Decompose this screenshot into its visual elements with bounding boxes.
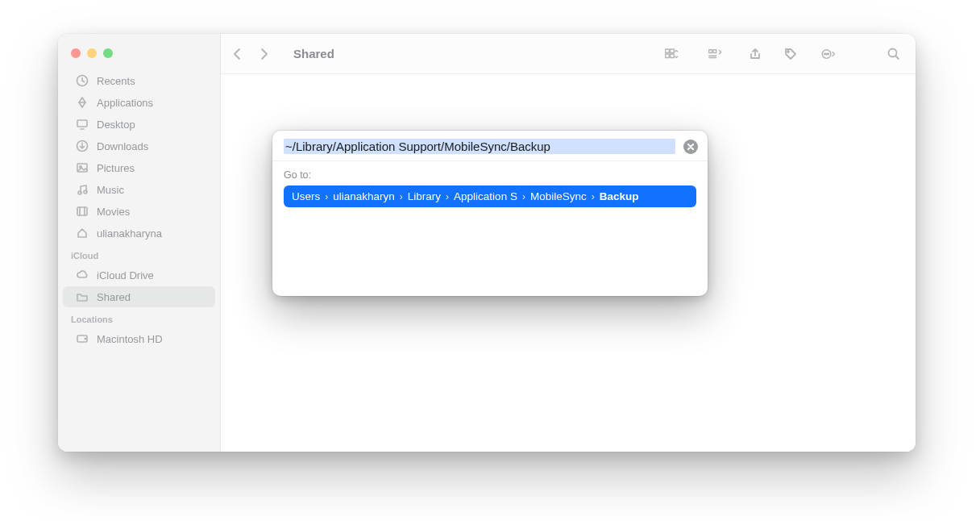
svg-point-18 [824, 53, 825, 54]
desktop-icon [76, 118, 89, 131]
minimize-window-button[interactable] [87, 48, 97, 58]
svg-point-20 [828, 53, 828, 54]
svg-point-6 [84, 190, 87, 194]
sidebar-section-icloud: iCloud [58, 244, 220, 264]
sidebar-item-macintosh-hd[interactable]: Macintosh HD [63, 328, 215, 349]
svg-rect-10 [666, 49, 670, 53]
tags-button[interactable] [779, 42, 803, 66]
downloads-icon [76, 140, 89, 152]
path-segment: Backup [600, 190, 639, 202]
share-button[interactable] [743, 42, 767, 66]
more-actions-button[interactable] [814, 42, 843, 66]
chevron-right-icon: › [400, 191, 403, 202]
svg-rect-7 [77, 207, 87, 215]
nav-forward-button[interactable] [251, 42, 276, 66]
sidebar-item-label: Macintosh HD [97, 333, 163, 345]
go-to-resolved-path[interactable]: Users › ulianakharyn › Library › Applica… [284, 185, 696, 207]
sidebar-item-recents[interactable]: Recents [63, 70, 215, 91]
go-to-label: Go to: [284, 169, 696, 181]
svg-point-5 [78, 191, 81, 194]
sidebar-item-label: Applications [97, 97, 153, 109]
chevron-right-icon: › [592, 191, 595, 202]
svg-rect-11 [671, 49, 675, 53]
music-icon [76, 183, 89, 196]
sidebar-item-movies[interactable]: Movies [63, 201, 215, 222]
clock-icon [76, 74, 89, 87]
sidebar-item-music[interactable]: Music [63, 179, 215, 200]
sidebar: Recents Applications Desktop Downloads P… [58, 34, 221, 452]
disk-icon [76, 332, 89, 345]
sidebar-item-label: Downloads [97, 140, 148, 152]
svg-rect-14 [709, 49, 712, 52]
svg-rect-15 [713, 49, 716, 52]
path-segment: Application S [454, 190, 517, 202]
sidebar-item-home[interactable]: ulianakharyna [63, 223, 215, 244]
svg-rect-13 [671, 54, 675, 58]
sidebar-item-label: Recents [97, 75, 135, 87]
nav-back-button[interactable] [226, 42, 250, 66]
chevron-right-icon: › [446, 191, 449, 202]
clear-input-button[interactable] [683, 140, 698, 154]
path-segment: Library [408, 190, 441, 202]
sidebar-item-icloud-drive[interactable]: iCloud Drive [63, 265, 215, 286]
svg-point-9 [85, 338, 86, 340]
sidebar-item-pictures[interactable]: Pictures [63, 157, 215, 178]
path-segment: ulianakharyn [333, 190, 395, 202]
view-mode-button[interactable] [656, 42, 688, 66]
go-to-path-input[interactable]: ~/Library/Application Support/MobileSync… [284, 139, 675, 154]
sidebar-item-label: Movies [97, 206, 130, 218]
sidebar-item-downloads[interactable]: Downloads [63, 135, 215, 156]
svg-rect-1 [77, 120, 87, 127]
window-title: Shared [293, 47, 334, 60]
home-icon [76, 227, 89, 240]
folder-icon [76, 290, 89, 303]
close-window-button[interactable] [71, 48, 81, 58]
search-button[interactable] [882, 42, 906, 66]
app-icon [76, 96, 89, 109]
path-segment: Users [292, 190, 320, 202]
svg-point-19 [826, 53, 827, 54]
sidebar-item-label: Music [97, 184, 124, 196]
sidebar-item-label: Shared [97, 291, 131, 303]
toolbar: Shared [221, 34, 916, 74]
path-segment: MobileSync [530, 190, 587, 202]
sidebar-item-label: iCloud Drive [97, 269, 154, 281]
cloud-icon [76, 269, 89, 281]
movies-icon [76, 205, 89, 218]
sidebar-item-applications[interactable]: Applications [63, 92, 215, 113]
window-controls [58, 42, 220, 69]
maximize-window-button[interactable] [103, 48, 113, 58]
sidebar-item-label: Pictures [97, 162, 135, 174]
sidebar-item-desktop[interactable]: Desktop [63, 114, 215, 135]
chevron-right-icon: › [522, 191, 525, 202]
sidebar-item-label: ulianakharyna [97, 227, 162, 240]
chevron-right-icon: › [325, 191, 328, 202]
sidebar-section-locations: Locations [58, 308, 220, 327]
svg-rect-12 [666, 54, 670, 58]
group-by-button[interactable] [700, 42, 732, 66]
pictures-icon [76, 161, 89, 174]
sidebar-item-label: Desktop [97, 119, 135, 131]
sidebar-item-shared[interactable]: Shared [63, 286, 215, 307]
go-to-folder-dialog: ~/Library/Application Support/MobileSync… [272, 131, 708, 296]
svg-point-16 [787, 51, 789, 52]
